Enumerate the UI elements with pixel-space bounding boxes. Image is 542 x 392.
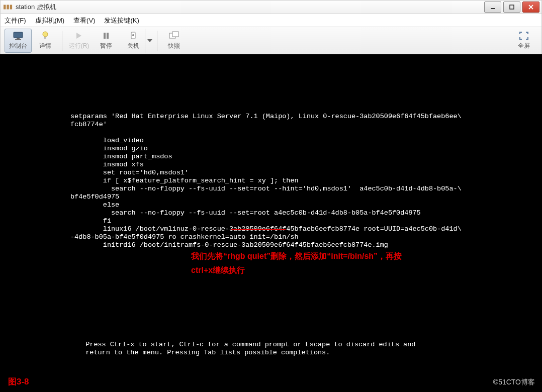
toolbar-separator bbox=[157, 31, 157, 51]
svg-marker-12 bbox=[76, 33, 81, 39]
svg-rect-1 bbox=[7, 5, 9, 10]
svg-rect-11 bbox=[44, 37, 46, 39]
grub-editor-text: setparams 'Red Hat Enterprise Linux Serv… bbox=[0, 70, 542, 249]
svg-rect-0 bbox=[4, 5, 6, 10]
svg-point-16 bbox=[132, 34, 134, 36]
menu-vm[interactable]: 虚拟机(M) bbox=[35, 16, 65, 25]
menubar: 文件(F) 虚拟机(M) 查看(V) 发送按键(K) bbox=[0, 14, 542, 27]
svg-rect-9 bbox=[15, 39, 21, 40]
shutdown-label: 关机 bbox=[127, 42, 139, 50]
svg-rect-14 bbox=[107, 33, 109, 39]
close-button[interactable] bbox=[522, 2, 539, 13]
maximize-button[interactable] bbox=[503, 2, 520, 13]
lightbulb-icon bbox=[40, 31, 51, 41]
shutdown-dropdown[interactable] bbox=[145, 29, 154, 53]
toolbar: 控制台 详情 运行(R) 暂停 关机 快照 全屏 bbox=[0, 27, 542, 54]
annotation-text: 我们先将“rhgb quiet”删除，然后添加“init=/bin/sh”，再按… bbox=[191, 249, 503, 277]
details-label: 详情 bbox=[39, 42, 51, 50]
console-button[interactable]: 控制台 bbox=[5, 29, 32, 53]
svg-rect-3 bbox=[491, 8, 495, 9]
console-label: 控制台 bbox=[9, 42, 27, 50]
window-title: station 虚拟机 bbox=[16, 3, 56, 12]
snapshot-button[interactable]: 快照 bbox=[160, 29, 188, 53]
annotation-line2: ctrl+x继续执行 bbox=[191, 263, 503, 277]
svg-rect-4 bbox=[510, 5, 514, 9]
svg-rect-19 bbox=[172, 32, 178, 37]
chevron-down-icon bbox=[147, 39, 152, 42]
svg-rect-7 bbox=[14, 32, 23, 38]
figure-label: 图3-8 bbox=[8, 378, 29, 386]
titlebar: station 虚拟机 bbox=[0, 0, 542, 14]
pause-button[interactable]: 暂停 bbox=[93, 29, 120, 53]
annotation-line1: 我们先将“rhgb quiet”删除，然后添加“init=/bin/sh”，再按 bbox=[191, 249, 503, 263]
menu-file[interactable]: 文件(F) bbox=[5, 16, 26, 25]
monitor-icon bbox=[13, 31, 24, 41]
pause-label: 暂停 bbox=[100, 42, 112, 50]
run-button: 运行(R) bbox=[65, 29, 93, 53]
annotation-underline bbox=[231, 229, 286, 230]
menu-sendkey[interactable]: 发送按键(K) bbox=[104, 16, 139, 25]
minimize-button[interactable] bbox=[484, 2, 501, 13]
svg-marker-17 bbox=[147, 39, 152, 42]
power-icon bbox=[128, 31, 139, 41]
pause-icon bbox=[101, 31, 112, 41]
svg-rect-2 bbox=[10, 5, 13, 10]
fullscreen-label: 全屏 bbox=[518, 42, 530, 50]
vm-console[interactable]: setparams 'Red Hat Enterprise Linux Serv… bbox=[0, 54, 542, 392]
window-controls bbox=[484, 2, 541, 13]
toolbar-separator bbox=[62, 31, 62, 51]
svg-rect-8 bbox=[17, 38, 20, 39]
details-button[interactable]: 详情 bbox=[32, 29, 59, 53]
snapshot-icon bbox=[168, 31, 179, 41]
menu-view[interactable]: 查看(V) bbox=[73, 16, 95, 25]
snapshot-label: 快照 bbox=[168, 42, 180, 50]
grub-footer-text: Press Ctrl-x to start, Ctrl-c for a comm… bbox=[77, 341, 415, 357]
run-label: 运行(R) bbox=[69, 42, 89, 50]
fullscreen-button[interactable]: 全屏 bbox=[510, 29, 537, 53]
shutdown-button[interactable]: 关机 bbox=[120, 29, 147, 53]
svg-rect-13 bbox=[104, 33, 106, 39]
fullscreen-icon bbox=[518, 31, 529, 41]
app-icon bbox=[4, 4, 13, 11]
watermark: ©51CTO博客 bbox=[493, 378, 535, 386]
play-icon bbox=[73, 31, 84, 41]
svg-point-10 bbox=[43, 32, 48, 37]
